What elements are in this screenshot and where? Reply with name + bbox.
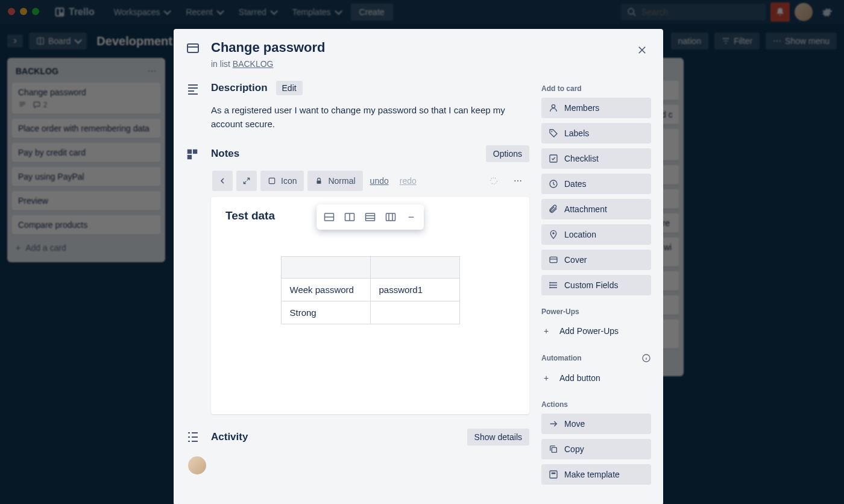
description-text[interactable]: As a registered user I want to change my… bbox=[211, 104, 529, 131]
template-icon bbox=[549, 470, 558, 479]
notes-options-button[interactable]: Options bbox=[486, 145, 529, 162]
notes-icon bbox=[186, 146, 201, 161]
undo-button[interactable]: undo bbox=[370, 176, 389, 186]
table-cell[interactable]: password1 bbox=[370, 279, 459, 301]
make-template-button[interactable]: Make template bbox=[541, 464, 651, 485]
close-button[interactable] bbox=[632, 40, 652, 60]
svg-rect-25 bbox=[552, 447, 556, 452]
svg-point-22 bbox=[552, 232, 554, 234]
svg-point-19 bbox=[551, 131, 552, 132]
svg-rect-26 bbox=[550, 471, 557, 478]
modal-sidebar: Add to card Members Labels Checklist Dat… bbox=[541, 81, 651, 497]
toolbar-icon-label: Icon bbox=[281, 176, 297, 186]
cover-icon bbox=[549, 255, 558, 265]
notes-section: Notes Options Icon Normal undo redo bbox=[186, 145, 529, 414]
table-row[interactable]: Week passwordpassword1 bbox=[281, 279, 459, 301]
table-remove-button[interactable]: − bbox=[402, 208, 420, 226]
redo-button[interactable]: redo bbox=[400, 176, 417, 186]
sb-label: Members bbox=[564, 103, 599, 113]
svg-rect-17 bbox=[386, 213, 395, 221]
svg-rect-20 bbox=[550, 155, 557, 162]
notes-sync-button[interactable] bbox=[483, 171, 504, 191]
activity-avatar-row bbox=[188, 456, 529, 474]
pin-icon bbox=[549, 230, 558, 239]
modal-subtitle: in list BACKLOG bbox=[211, 59, 325, 69]
activity-label: Activity bbox=[211, 431, 248, 443]
activity-section: Activity Show details bbox=[186, 429, 529, 446]
table-cell[interactable] bbox=[370, 257, 459, 279]
show-details-button[interactable]: Show details bbox=[467, 429, 529, 446]
sb-label: Labels bbox=[564, 128, 589, 138]
svg-rect-23 bbox=[550, 257, 557, 262]
activity-icon bbox=[186, 429, 201, 446]
avatar[interactable] bbox=[188, 456, 206, 474]
sb-label: Add button bbox=[559, 373, 600, 383]
members-button[interactable]: Members bbox=[541, 98, 651, 118]
table-row[interactable]: Strong bbox=[281, 301, 459, 324]
sb-label: Make template bbox=[564, 470, 620, 479]
person-icon bbox=[549, 103, 558, 113]
table-addrow-button[interactable] bbox=[361, 208, 379, 226]
svg-rect-8 bbox=[187, 44, 198, 52]
add-powerups-button[interactable]: +Add Power-Ups bbox=[541, 321, 651, 341]
table-addcol-button[interactable] bbox=[382, 208, 400, 226]
svg-rect-11 bbox=[187, 155, 192, 159]
edit-description-button[interactable]: Edit bbox=[276, 81, 303, 95]
checklist-button[interactable]: Checklist bbox=[541, 148, 651, 169]
notes-back-button[interactable] bbox=[212, 171, 233, 191]
paperclip-icon bbox=[549, 204, 558, 214]
info-icon[interactable] bbox=[641, 353, 651, 363]
in-list-link[interactable]: BACKLOG bbox=[233, 59, 274, 69]
svg-rect-10 bbox=[193, 150, 197, 154]
notes-more-button[interactable]: ⋯ bbox=[508, 171, 528, 191]
close-icon bbox=[637, 45, 647, 55]
sb-label: Attachment bbox=[564, 204, 607, 214]
sb-label: Custom Fields bbox=[564, 280, 618, 290]
modal-header: Change password in list BACKLOG bbox=[186, 40, 651, 69]
notes-label: Notes bbox=[211, 148, 476, 160]
notes-icon-button[interactable]: Icon bbox=[260, 171, 304, 191]
table-row[interactable] bbox=[281, 257, 459, 279]
notes-expand-button[interactable] bbox=[236, 171, 257, 191]
sb-label: Move bbox=[564, 419, 585, 429]
sb-label: Cover bbox=[564, 255, 587, 265]
table-cell[interactable]: Strong bbox=[281, 301, 370, 324]
modal-title[interactable]: Change password bbox=[211, 40, 325, 55]
labels-button[interactable]: Labels bbox=[541, 123, 651, 143]
description-label: Description bbox=[211, 82, 268, 94]
table-col-button[interactable] bbox=[341, 208, 359, 226]
minus-icon: − bbox=[408, 211, 415, 224]
notes-canvas[interactable]: Test data − Week passwordpassword1 bbox=[211, 197, 529, 414]
plus-icon: + bbox=[544, 326, 553, 336]
cover-button[interactable]: Cover bbox=[541, 250, 651, 270]
add-automation-button[interactable]: +Add button bbox=[541, 368, 651, 388]
table-cell[interactable] bbox=[281, 257, 370, 279]
notes-table[interactable]: Week passwordpassword1 Strong bbox=[281, 256, 460, 324]
table-addcol-icon bbox=[385, 212, 396, 222]
add-to-card-label: Add to card bbox=[541, 84, 651, 93]
arrow-right-icon bbox=[549, 419, 558, 429]
table-row-button[interactable] bbox=[320, 208, 338, 226]
notes-toolbar: Icon Normal undo redo ⋯ bbox=[211, 171, 529, 191]
copy-button[interactable]: Copy bbox=[541, 439, 651, 459]
sb-label: Copy bbox=[564, 444, 584, 454]
table-toolbar: − bbox=[316, 204, 424, 230]
powerups-label: Power-Ups bbox=[541, 307, 651, 316]
table-cell[interactable]: Week password bbox=[281, 279, 370, 301]
dates-button[interactable]: Dates bbox=[541, 174, 651, 194]
description-section: Description Edit As a registered user I … bbox=[186, 81, 529, 131]
sb-label: Add Power-Ups bbox=[559, 326, 619, 336]
modal-overlay[interactable]: Change password in list BACKLOG Descript… bbox=[0, 0, 844, 504]
svg-rect-9 bbox=[187, 150, 192, 154]
move-button[interactable]: Move bbox=[541, 414, 651, 434]
svg-rect-12 bbox=[269, 178, 274, 183]
table-cell[interactable] bbox=[370, 301, 459, 324]
custom-fields-button[interactable]: Custom Fields bbox=[541, 275, 651, 295]
attachment-button[interactable]: Attachment bbox=[541, 199, 651, 219]
location-button[interactable]: Location bbox=[541, 224, 651, 245]
automation-label: Automation bbox=[541, 353, 651, 363]
notes-normal-button[interactable]: Normal bbox=[307, 171, 362, 191]
square-icon bbox=[268, 177, 276, 185]
checklist-icon bbox=[549, 154, 558, 163]
sb-label: Dates bbox=[564, 179, 587, 189]
